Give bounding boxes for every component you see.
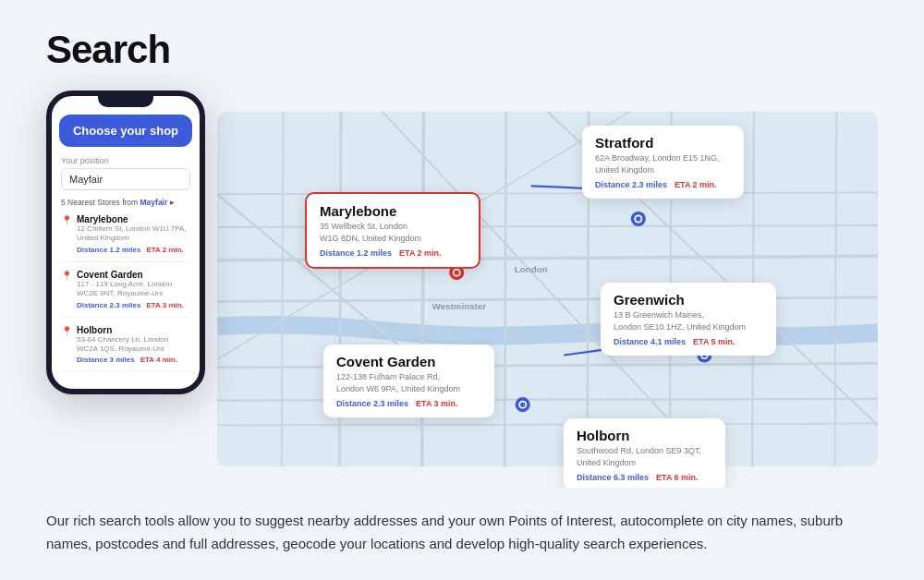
card-address: Southwood Rd, London SE9 3QT,United King… — [577, 445, 712, 468]
map-card-holborn[interactable]: Holborn Southwood Rd, London SE9 3QT,Uni… — [564, 418, 725, 488]
location-pin-icon: 📍 — [61, 271, 72, 281]
map-background: Westminster London — [217, 91, 878, 488]
list-item[interactable]: 📍 Covent Garden 117 - 119 Long Acre, Lon… — [61, 270, 190, 318]
store-info: Covent Garden 117 - 119 Long Acre, Londo… — [77, 270, 190, 309]
store-meta: Distance 3 miles ETA 4 min. — [77, 356, 190, 364]
page-title: Search — [46, 28, 878, 72]
store-address: 117 - 119 Long Acre, London WC2E 9NT, Ro… — [77, 280, 190, 299]
phone-header: Choose your shop — [59, 115, 192, 147]
svg-point-33 — [520, 402, 525, 406]
map-area: Westminster London — [217, 91, 878, 488]
map-card-covent-garden[interactable]: Covent Garden 122-138 Fulham Palace Rd,L… — [323, 344, 494, 417]
svg-text:Westminster: Westminster — [432, 301, 486, 311]
store-meta: Distance 2.3 miles ETA 3 min. — [77, 301, 190, 309]
card-address: 122-138 Fulham Palace Rd,London W6 9PA, … — [336, 371, 481, 394]
card-meta: Distance 6.3 miles ETA 6 min. — [577, 473, 712, 482]
card-eta: ETA 3 min. — [416, 399, 458, 408]
card-distance: Distance 2.3 miles — [595, 180, 667, 189]
svg-text:London: London — [515, 264, 548, 274]
svg-point-24 — [455, 270, 459, 274]
phone-frame: Choose your shop Your position Mayfair 5… — [46, 91, 205, 394]
card-title: Greenwich — [614, 292, 763, 308]
store-address: 53-64 Chancery Ln, London WC2A 1QS, Roya… — [77, 335, 190, 355]
card-address: 13 B Greenwich Maines,London SE10 1HZ, U… — [614, 309, 763, 332]
card-eta: ETA 6 min. — [656, 473, 699, 482]
store-eta: ETA 4 min. — [140, 356, 177, 364]
map-card-greenwich[interactable]: Greenwich 13 B Greenwich Maines,London S… — [601, 283, 776, 356]
svg-line-10 — [505, 112, 506, 466]
store-address: 12 Chiltern St, London W1U 7PA, United K… — [77, 224, 190, 244]
phone-body: Your position Mayfair 5 Nearest Stores f… — [52, 156, 200, 389]
card-meta: Distance 1.2 miles ETA 2 min. — [320, 248, 466, 258]
nearest-stores-label: 5 Nearest Stores from Mayfair ▸ — [61, 198, 190, 207]
store-name: Marylebone — [77, 214, 190, 224]
position-input[interactable]: Mayfair — [61, 168, 190, 190]
phone-mockup: Choose your shop Your position Mayfair 5… — [46, 91, 217, 488]
card-meta: Distance 4.1 miles ETA 5 min. — [614, 337, 763, 346]
card-title: Holborn — [577, 428, 712, 443]
svg-point-27 — [636, 216, 640, 221]
card-meta: Distance 2.3 miles ETA 2 min. — [595, 180, 731, 189]
position-label: Your position — [61, 156, 190, 165]
card-eta: ETA 5 min. — [693, 337, 736, 346]
card-distance: Distance 6.3 miles — [577, 473, 649, 482]
store-meta: Distance 1.2 miles ETA 2 min. — [77, 246, 190, 254]
store-distance: Distance 3 miles — [77, 356, 135, 364]
location-pin-icon: 📍 — [61, 215, 72, 225]
phone-notch — [98, 96, 153, 107]
store-name: Covent Garden — [77, 270, 190, 280]
map-card-stratford[interactable]: Stratford 62A Broadway, London E15 1NG,U… — [582, 126, 744, 199]
card-title: Covent Garden — [336, 354, 481, 369]
store-name: Holborn — [77, 325, 190, 335]
card-distance: Distance 2.3 miles — [336, 399, 408, 408]
map-card-marylebone[interactable]: Marylebone 35 Wellbeck St, LondonW1G 8DN… — [305, 192, 480, 269]
list-item[interactable]: 📍 Holborn 53-64 Chancery Ln, London WC2A… — [61, 325, 190, 373]
card-eta: ETA 2 min. — [399, 248, 442, 258]
store-eta: ETA 2 min. — [146, 246, 183, 254]
store-info: Holborn 53-64 Chancery Ln, London WC2A 1… — [77, 325, 190, 365]
content-area: Choose your shop Your position Mayfair 5… — [46, 91, 878, 488]
store-distance: Distance 1.2 miles — [77, 246, 140, 254]
store-distance: Distance 2.3 miles — [77, 301, 140, 309]
card-distance: Distance 1.2 miles — [320, 248, 392, 258]
card-title: Stratford — [595, 135, 731, 151]
card-distance: Distance 4.1 miles — [614, 337, 686, 346]
store-info: Marylebone 12 Chiltern St, London W1U 7P… — [77, 214, 190, 254]
description-text: Our rich search tools allow you to sugge… — [46, 510, 878, 556]
nearest-location: Mayfair — [140, 198, 168, 207]
list-item[interactable]: 📍 Marylebone 12 Chiltern St, London W1U … — [61, 214, 190, 262]
card-eta: ETA 2 min. — [675, 180, 717, 189]
card-meta: Distance 2.3 miles ETA 3 min. — [336, 399, 481, 408]
card-title: Marylebone — [320, 203, 466, 219]
location-pin-icon: 📍 — [61, 326, 72, 336]
card-address: 62A Broadway, London E15 1NG,United King… — [595, 152, 731, 175]
store-eta: ETA 3 min. — [146, 301, 183, 309]
card-address: 35 Wellbeck St, LondonW1G 8DN, United Ki… — [320, 221, 466, 244]
